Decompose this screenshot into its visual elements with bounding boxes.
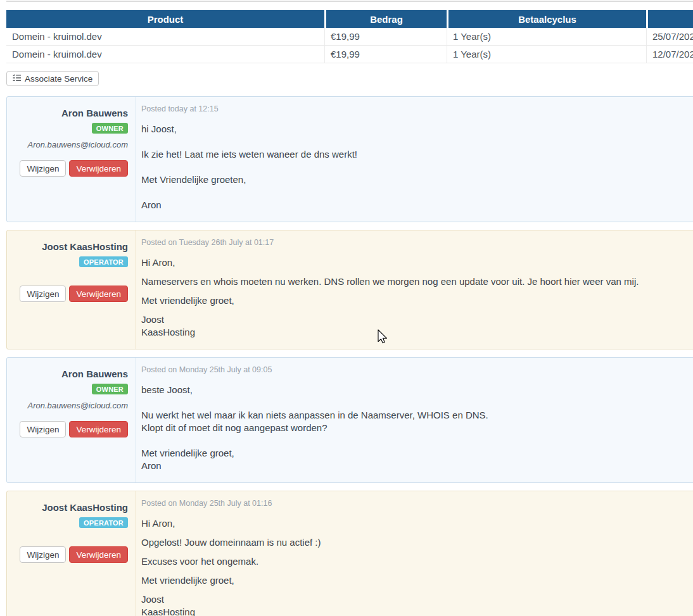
- role-badge-owner: OWNER: [92, 384, 128, 394]
- cycle-cell: 1 Year(s): [447, 28, 646, 46]
- reply-text: Hi Aron,Opgelost! Jouw domeinnaam is nu …: [141, 517, 693, 616]
- amount-cell: €19,99: [324, 46, 447, 63]
- column-billing-cycle: Betaalcyclus: [447, 10, 646, 28]
- edit-reply-button[interactable]: Wijzigen: [20, 160, 66, 177]
- posted-timestamp: Posted today at 12:15: [141, 104, 693, 113]
- role-badge-operator: OPERATOR: [79, 256, 128, 267]
- author-name: Joost KaasHosting: [15, 241, 128, 252]
- delete-reply-button[interactable]: Verwijderen: [69, 546, 128, 563]
- author-name: Joost KaasHosting: [15, 502, 128, 513]
- product-cell: Domein - kruimol.dev: [6, 46, 324, 63]
- product-cell: Domein - kruimol.dev: [6, 28, 324, 46]
- amount-cell: €19,99: [324, 28, 447, 46]
- top-divider: [6, 1, 693, 2]
- author-name: Aron Bauwens: [15, 368, 128, 379]
- reply-text: beste Joost,Nu werkt het wel maar ik kan…: [141, 384, 693, 472]
- reply-body: Posted on Monday 25th July at 09:05 best…: [136, 358, 693, 482]
- date-cell: 12/07/2022: [646, 46, 693, 63]
- reply-text: Hi Aron,Nameservers en whois moeten nu w…: [141, 256, 693, 339]
- tasks-list-icon: [13, 74, 21, 84]
- ticket-reply-panel: Aron Bauwens OWNER Aron.bauwens@icloud.c…: [6, 96, 693, 222]
- reply-body: Posted on Monday 25th July at 01:16 Hi A…: [136, 491, 693, 616]
- associate-service-button[interactable]: Associate Service: [6, 71, 99, 86]
- edit-reply-button[interactable]: Wijzigen: [20, 421, 66, 437]
- date-cell: 25/07/2022: [646, 28, 693, 46]
- table-row: Domein - kruimol.dev €19,99 1 Year(s) 25…: [6, 28, 693, 46]
- column-product: Product: [6, 10, 324, 28]
- ticket-page: Product Bedrag Betaalcyclus Domein - kru…: [0, 0, 693, 616]
- reply-author-panel: Aron Bauwens OWNER Aron.bauwens@icloud.c…: [7, 97, 136, 222]
- column-date: [646, 10, 693, 28]
- role-badge-owner: OWNER: [92, 123, 128, 134]
- column-amount: Bedrag: [324, 10, 447, 28]
- cycle-cell: 1 Year(s): [447, 46, 646, 63]
- table-row: Domein - kruimol.dev €19,99 1 Year(s) 12…: [6, 46, 693, 63]
- ticket-reply-panel: Joost KaasHosting OPERATOR Wijzigen Verw…: [6, 230, 693, 349]
- reply-body: Posted on Tuesday 26th July at 01:17 Hi …: [136, 230, 693, 349]
- posted-timestamp: Posted on Tuesday 26th July at 01:17: [141, 238, 693, 247]
- delete-reply-button[interactable]: Verwijderen: [69, 421, 128, 437]
- reply-author-panel: Aron Bauwens OWNER Aron.bauwens@icloud.c…: [7, 358, 136, 482]
- posted-timestamp: Posted on Monday 25th July at 09:05: [141, 365, 693, 374]
- edit-reply-button[interactable]: Wijzigen: [20, 286, 66, 302]
- ticket-reply-panel: Joost KaasHosting OPERATOR Wijzigen Verw…: [6, 491, 693, 616]
- delete-reply-button[interactable]: Verwijderen: [69, 160, 128, 177]
- reply-author-panel: Joost KaasHosting OPERATOR Wijzigen Verw…: [7, 491, 136, 616]
- author-name: Aron Bauwens: [15, 108, 128, 118]
- associate-service-label: Associate Service: [25, 74, 92, 84]
- author-email: Aron.bauwens@icloud.com: [15, 140, 128, 149]
- reply-author-panel: Joost KaasHosting OPERATOR Wijzigen Verw…: [7, 230, 136, 349]
- posted-timestamp: Posted on Monday 25th July at 01:16: [141, 499, 693, 508]
- author-email: Aron.bauwens@icloud.com: [15, 401, 128, 410]
- ticket-reply-panel: Aron Bauwens OWNER Aron.bauwens@icloud.c…: [6, 357, 693, 483]
- delete-reply-button[interactable]: Verwijderen: [69, 286, 128, 302]
- services-table: Product Bedrag Betaalcyclus Domein - kru…: [6, 10, 693, 63]
- role-badge-operator: OPERATOR: [79, 517, 128, 528]
- services-table-header-row: Product Bedrag Betaalcyclus: [6, 10, 693, 28]
- reply-text: hi Joost,Ik zie het! Laat me iets weten …: [141, 123, 693, 211]
- reply-body: Posted today at 12:15 hi Joost,Ik zie he…: [136, 97, 693, 222]
- edit-reply-button[interactable]: Wijzigen: [20, 546, 66, 563]
